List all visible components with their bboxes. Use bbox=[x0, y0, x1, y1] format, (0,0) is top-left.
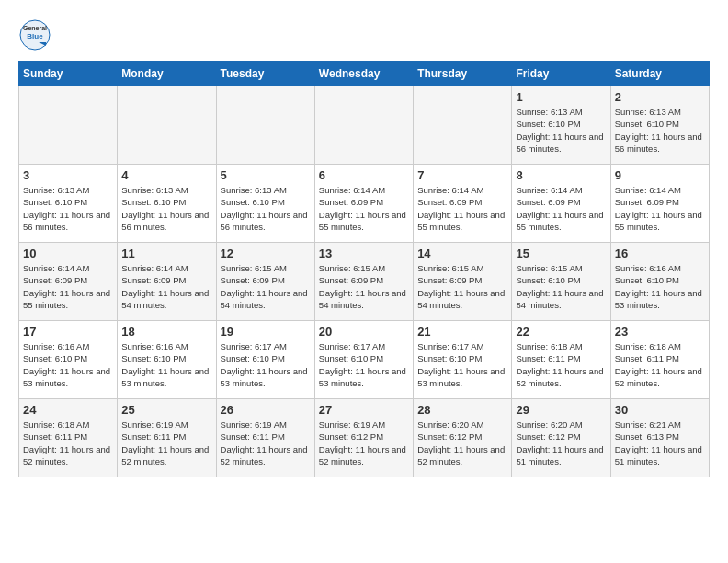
day-number: 17 bbox=[23, 325, 113, 339]
week-row-2: 10Sunrise: 6:14 AM Sunset: 6:09 PM Dayli… bbox=[19, 243, 710, 321]
week-row-3: 17Sunrise: 6:16 AM Sunset: 6:10 PM Dayli… bbox=[19, 321, 710, 399]
day-number: 9 bbox=[615, 168, 705, 182]
day-number: 3 bbox=[23, 168, 113, 182]
day-info: Sunrise: 6:13 AM Sunset: 6:10 PM Dayligh… bbox=[615, 106, 705, 155]
day-info: Sunrise: 6:14 AM Sunset: 6:09 PM Dayligh… bbox=[121, 262, 211, 311]
day-cell: 29Sunrise: 6:20 AM Sunset: 6:12 PM Dayli… bbox=[512, 399, 610, 477]
day-cell bbox=[314, 86, 413, 165]
day-number: 23 bbox=[615, 325, 705, 339]
day-cell bbox=[216, 86, 314, 165]
day-info: Sunrise: 6:17 AM Sunset: 6:10 PM Dayligh… bbox=[221, 340, 311, 389]
calendar-header: SundayMondayTuesdayWednesdayThursdayFrid… bbox=[19, 62, 710, 86]
day-info: Sunrise: 6:13 AM Sunset: 6:10 PM Dayligh… bbox=[221, 184, 311, 233]
header-friday: Friday bbox=[512, 62, 610, 86]
day-cell: 2Sunrise: 6:13 AM Sunset: 6:10 PM Daylig… bbox=[610, 86, 709, 165]
day-info: Sunrise: 6:21 AM Sunset: 6:13 PM Dayligh… bbox=[615, 419, 705, 467]
day-number: 29 bbox=[516, 403, 606, 417]
day-number: 2 bbox=[615, 90, 705, 104]
day-cell: 1Sunrise: 6:13 AM Sunset: 6:10 PM Daylig… bbox=[512, 86, 610, 165]
day-cell: 4Sunrise: 6:13 AM Sunset: 6:10 PM Daylig… bbox=[118, 165, 216, 243]
day-number: 27 bbox=[319, 403, 409, 417]
day-number: 20 bbox=[319, 325, 409, 339]
header-monday: Monday bbox=[118, 62, 216, 86]
day-cell: 13Sunrise: 6:15 AM Sunset: 6:09 PM Dayli… bbox=[314, 243, 413, 321]
day-number: 28 bbox=[417, 403, 507, 417]
day-number: 8 bbox=[516, 168, 606, 182]
day-info: Sunrise: 6:15 AM Sunset: 6:10 PM Dayligh… bbox=[516, 262, 606, 311]
day-info: Sunrise: 6:14 AM Sunset: 6:09 PM Dayligh… bbox=[319, 184, 409, 233]
header-row: SundayMondayTuesdayWednesdayThursdayFrid… bbox=[19, 62, 710, 86]
day-info: Sunrise: 6:19 AM Sunset: 6:11 PM Dayligh… bbox=[121, 419, 211, 467]
day-cell: 12Sunrise: 6:15 AM Sunset: 6:09 PM Dayli… bbox=[216, 243, 314, 321]
svg-text:General: General bbox=[23, 25, 47, 31]
day-cell bbox=[19, 86, 118, 165]
svg-text:Blue: Blue bbox=[27, 32, 43, 40]
day-number: 22 bbox=[516, 325, 606, 339]
logo: General Blue bbox=[18, 18, 51, 52]
day-cell: 3Sunrise: 6:13 AM Sunset: 6:10 PM Daylig… bbox=[19, 165, 118, 243]
day-info: Sunrise: 6:18 AM Sunset: 6:11 PM Dayligh… bbox=[615, 340, 705, 389]
week-row-0: 1Sunrise: 6:13 AM Sunset: 6:10 PM Daylig… bbox=[19, 86, 710, 165]
day-number: 30 bbox=[615, 403, 705, 417]
day-number: 16 bbox=[615, 247, 705, 260]
day-info: Sunrise: 6:16 AM Sunset: 6:10 PM Dayligh… bbox=[121, 340, 211, 389]
day-number: 13 bbox=[319, 247, 409, 260]
logo-icon: General Blue bbox=[18, 18, 51, 52]
day-number: 10 bbox=[23, 247, 113, 260]
day-number: 21 bbox=[417, 325, 507, 339]
header-thursday: Thursday bbox=[414, 62, 512, 86]
day-cell bbox=[118, 86, 216, 165]
day-info: Sunrise: 6:13 AM Sunset: 6:10 PM Dayligh… bbox=[121, 184, 211, 233]
day-info: Sunrise: 6:14 AM Sunset: 6:09 PM Dayligh… bbox=[516, 184, 606, 233]
header-tuesday: Tuesday bbox=[216, 62, 314, 86]
day-cell: 23Sunrise: 6:18 AM Sunset: 6:11 PM Dayli… bbox=[610, 321, 709, 399]
day-info: Sunrise: 6:19 AM Sunset: 6:11 PM Dayligh… bbox=[221, 419, 311, 467]
day-number: 24 bbox=[23, 403, 113, 417]
day-number: 25 bbox=[121, 403, 211, 417]
day-info: Sunrise: 6:14 AM Sunset: 6:09 PM Dayligh… bbox=[417, 184, 507, 233]
day-cell: 11Sunrise: 6:14 AM Sunset: 6:09 PM Dayli… bbox=[118, 243, 216, 321]
day-info: Sunrise: 6:13 AM Sunset: 6:10 PM Dayligh… bbox=[516, 106, 606, 155]
day-info: Sunrise: 6:19 AM Sunset: 6:12 PM Dayligh… bbox=[319, 419, 409, 467]
day-cell: 24Sunrise: 6:18 AM Sunset: 6:11 PM Dayli… bbox=[19, 399, 118, 477]
day-cell: 18Sunrise: 6:16 AM Sunset: 6:10 PM Dayli… bbox=[118, 321, 216, 399]
day-number: 26 bbox=[221, 403, 311, 417]
day-info: Sunrise: 6:17 AM Sunset: 6:10 PM Dayligh… bbox=[319, 340, 409, 389]
day-cell: 7Sunrise: 6:14 AM Sunset: 6:09 PM Daylig… bbox=[414, 165, 512, 243]
day-info: Sunrise: 6:13 AM Sunset: 6:10 PM Dayligh… bbox=[23, 184, 113, 233]
day-cell: 16Sunrise: 6:16 AM Sunset: 6:10 PM Dayli… bbox=[610, 243, 709, 321]
day-info: Sunrise: 6:15 AM Sunset: 6:09 PM Dayligh… bbox=[417, 262, 507, 311]
day-info: Sunrise: 6:15 AM Sunset: 6:09 PM Dayligh… bbox=[221, 262, 311, 311]
day-info: Sunrise: 6:18 AM Sunset: 6:11 PM Dayligh… bbox=[23, 419, 113, 467]
day-number: 1 bbox=[516, 90, 606, 104]
calendar-table: SundayMondayTuesdayWednesdayThursdayFrid… bbox=[18, 61, 710, 477]
day-number: 14 bbox=[417, 247, 507, 260]
day-cell: 6Sunrise: 6:14 AM Sunset: 6:09 PM Daylig… bbox=[314, 165, 413, 243]
day-number: 4 bbox=[121, 168, 211, 182]
day-cell: 9Sunrise: 6:14 AM Sunset: 6:09 PM Daylig… bbox=[610, 165, 709, 243]
day-number: 6 bbox=[319, 168, 409, 182]
day-info: Sunrise: 6:15 AM Sunset: 6:09 PM Dayligh… bbox=[319, 262, 409, 311]
day-cell: 21Sunrise: 6:17 AM Sunset: 6:10 PM Dayli… bbox=[414, 321, 512, 399]
day-number: 12 bbox=[221, 247, 311, 260]
day-cell: 5Sunrise: 6:13 AM Sunset: 6:10 PM Daylig… bbox=[216, 165, 314, 243]
header-sunday: Sunday bbox=[19, 62, 118, 86]
day-cell: 10Sunrise: 6:14 AM Sunset: 6:09 PM Dayli… bbox=[19, 243, 118, 321]
day-cell: 27Sunrise: 6:19 AM Sunset: 6:12 PM Dayli… bbox=[314, 399, 413, 477]
day-cell: 14Sunrise: 6:15 AM Sunset: 6:09 PM Dayli… bbox=[414, 243, 512, 321]
day-info: Sunrise: 6:14 AM Sunset: 6:09 PM Dayligh… bbox=[615, 184, 705, 233]
day-cell: 17Sunrise: 6:16 AM Sunset: 6:10 PM Dayli… bbox=[19, 321, 118, 399]
day-cell: 26Sunrise: 6:19 AM Sunset: 6:11 PM Dayli… bbox=[216, 399, 314, 477]
day-number: 15 bbox=[516, 247, 606, 260]
week-row-1: 3Sunrise: 6:13 AM Sunset: 6:10 PM Daylig… bbox=[19, 165, 710, 243]
calendar-body: 1Sunrise: 6:13 AM Sunset: 6:10 PM Daylig… bbox=[19, 86, 710, 477]
day-number: 18 bbox=[121, 325, 211, 339]
day-info: Sunrise: 6:14 AM Sunset: 6:09 PM Dayligh… bbox=[23, 262, 113, 311]
day-cell: 20Sunrise: 6:17 AM Sunset: 6:10 PM Dayli… bbox=[314, 321, 413, 399]
day-number: 5 bbox=[221, 168, 311, 182]
day-number: 19 bbox=[221, 325, 311, 339]
day-cell: 25Sunrise: 6:19 AM Sunset: 6:11 PM Dayli… bbox=[118, 399, 216, 477]
day-info: Sunrise: 6:20 AM Sunset: 6:12 PM Dayligh… bbox=[417, 419, 507, 467]
day-info: Sunrise: 6:16 AM Sunset: 6:10 PM Dayligh… bbox=[615, 262, 705, 311]
header-wednesday: Wednesday bbox=[314, 62, 413, 86]
